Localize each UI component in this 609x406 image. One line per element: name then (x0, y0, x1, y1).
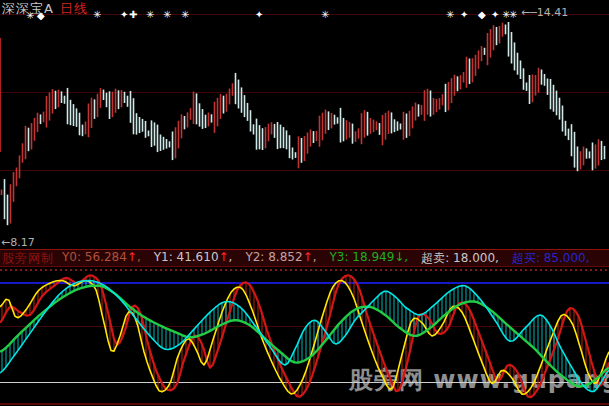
event-marker-icon: ◆ (37, 11, 45, 21)
indicator-value-oversold: 超卖: 18.000, (421, 250, 499, 267)
up-arrow-icon: ↑ (303, 250, 313, 264)
indicator-value-Y3: Y3: 18.949↓, (329, 250, 408, 267)
event-marker-icon: ✳ (321, 10, 329, 20)
up-arrow-icon: ↑ (219, 250, 229, 264)
indicator-value-Y1: Y1: 41.610↑, (154, 250, 233, 267)
trading-app-window: 深深宝A日线 ←─14.41 ←8.17 ✳◆✳✦✚✳✳✳✦✳✳✦◆✦✳✳ 股旁… (0, 0, 609, 406)
event-marker-icon: ✳ (146, 10, 154, 20)
indicator-value-Y2: Y2: 8.852↑, (245, 250, 316, 267)
indicator-values: Y0: 56.284↑,Y1: 41.610↑,Y2: 8.852↑,Y3: 1… (62, 250, 603, 267)
indicator-source-label: 股旁网制 (2, 250, 54, 267)
event-marker-icon: ✳ (509, 10, 517, 20)
event-marker-icon: ✦ (255, 10, 263, 20)
event-marker-icon: ✦ (491, 10, 499, 20)
high-price-annotation: ←─14.41 (521, 7, 568, 18)
event-marker-icon: ✳ (181, 10, 189, 20)
event-marker-icon: ✦ (460, 10, 468, 20)
period-label[interactable]: 日线 (60, 1, 88, 16)
event-marker-icon: ✦ (120, 10, 128, 20)
event-marker-icon: ✳ (26, 11, 34, 21)
down-arrow-icon: ↓ (394, 250, 404, 264)
event-marker-icon: ✚ (129, 10, 137, 20)
indicator-value-Y0: Y0: 56.284↑, (62, 250, 141, 267)
price-indicator-canvas[interactable] (0, 0, 609, 406)
event-marker-icon: ◆ (478, 10, 486, 20)
event-marker-icon: ✳ (163, 10, 171, 20)
up-arrow-icon: ↑ (127, 250, 137, 264)
indicator-header-band: 股旁网制 Y0: 56.284↑,Y1: 41.610↑,Y2: 8.852↑,… (0, 249, 609, 267)
event-marker-icon: ✳ (93, 10, 101, 20)
indicator-value-overbought: 超买: 85.000, (512, 250, 590, 267)
low-price-annotation: ←8.17 (1, 237, 35, 248)
event-marker-icon: ✳ (446, 10, 454, 20)
